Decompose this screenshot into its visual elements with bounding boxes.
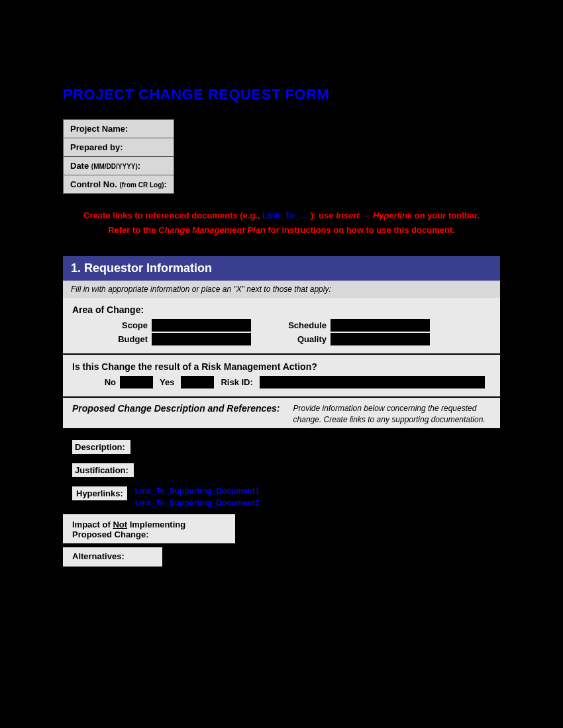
section-subtitle: Fill in with appropriate information or … xyxy=(63,281,500,298)
budget-label: Budget xyxy=(72,334,152,344)
project-name-label: Project Name: xyxy=(64,120,174,138)
yes-checkbox[interactable] xyxy=(181,376,214,388)
proposed-heading: Proposed Change Description and Referenc… xyxy=(72,403,280,414)
instr1-b: ): use xyxy=(308,210,336,220)
proposed-change-header: Proposed Change Description and Referenc… xyxy=(63,398,500,428)
control-no-label: Control No. (from CR Log): xyxy=(64,175,174,194)
scope-checkbox[interactable] xyxy=(152,319,251,332)
instr1-link-sample: Link_To_… xyxy=(262,210,308,220)
no-checkbox[interactable] xyxy=(120,376,153,388)
description-row: Description: xyxy=(63,428,500,459)
instr2-b: for instructions on how to use this docu… xyxy=(266,225,455,235)
instr1-hyperlink: Hyperlink xyxy=(373,210,412,220)
instructions-block: Create links to referenced documents (e.… xyxy=(63,208,500,238)
justification-label: Justification: xyxy=(72,463,134,477)
schedule-label: Schedule xyxy=(251,320,331,330)
supporting-doc-link-2[interactable]: Link_To_Supporting_Document2 xyxy=(135,498,260,508)
area-of-change-title: Area of Change: xyxy=(72,304,491,315)
hyperlinks-row: Hyperlinks: Link_To_Supporting_Document1… xyxy=(63,482,500,514)
quality-checkbox[interactable] xyxy=(331,333,430,345)
date-sub: (MM/DD/YYYY) xyxy=(91,163,138,170)
risk-panel: Is this Change the result of a Risk Mana… xyxy=(63,355,500,398)
document-title: PROJECT CHANGE REQUEST FORM xyxy=(63,86,500,103)
impact-prefix: Impact of xyxy=(72,520,113,529)
impact-not: Not xyxy=(113,520,127,529)
justification-row: Justification: xyxy=(63,459,500,482)
requestor-section: 1. Requestor Information Fill in with ap… xyxy=(63,256,500,567)
control-sub: (from CR Log) xyxy=(119,181,164,189)
budget-checkbox[interactable] xyxy=(152,333,251,345)
instr1-c: on your toolbar. xyxy=(412,210,480,220)
alternatives-block: Alternatives: xyxy=(63,547,162,567)
hyperlinks-label: Hyperlinks: xyxy=(72,486,127,500)
instr1-insert: Insert xyxy=(336,210,359,220)
date-label: Date (MM/DD/YYYY): xyxy=(64,157,174,175)
instr1-a: Create links to referenced documents (e.… xyxy=(83,210,262,220)
date-suffix: : xyxy=(138,161,140,171)
arrow-icon: → xyxy=(362,210,370,220)
risk-id-input[interactable] xyxy=(260,376,485,388)
risk-question: Is this Change the result of a Risk Mana… xyxy=(72,361,491,372)
impact-block: Impact of Not Implementing Proposed Chan… xyxy=(63,514,235,543)
prepared-by-label: Prepared by: xyxy=(64,138,174,157)
supporting-doc-link-1[interactable]: Link_To_Supporting_Document1 xyxy=(135,486,260,496)
control-prefix: Control No. xyxy=(70,179,119,189)
instr2-a: Refer to the xyxy=(108,225,158,235)
instr2-plan: Change Management Plan xyxy=(158,225,266,235)
control-suffix: : xyxy=(164,179,167,189)
proposed-help: Provide information below concerning the… xyxy=(293,403,491,426)
no-label: No xyxy=(72,377,116,387)
alternatives-label: Alternatives: xyxy=(72,551,125,561)
schedule-checkbox[interactable] xyxy=(331,319,430,332)
risk-id-label: Risk ID: xyxy=(218,377,255,387)
quality-label: Quality xyxy=(251,334,331,344)
yes-label: Yes xyxy=(157,377,177,387)
meta-table: Project Name: Prepared by: Date (MM/DD/Y… xyxy=(63,119,174,194)
description-label: Description: xyxy=(72,440,130,454)
date-prefix: Date xyxy=(70,161,91,171)
section-header: 1. Requestor Information xyxy=(63,256,500,281)
scope-label: Scope xyxy=(72,320,152,330)
area-of-change-panel: Area of Change: Scope Schedule Budget Qu… xyxy=(63,298,500,355)
